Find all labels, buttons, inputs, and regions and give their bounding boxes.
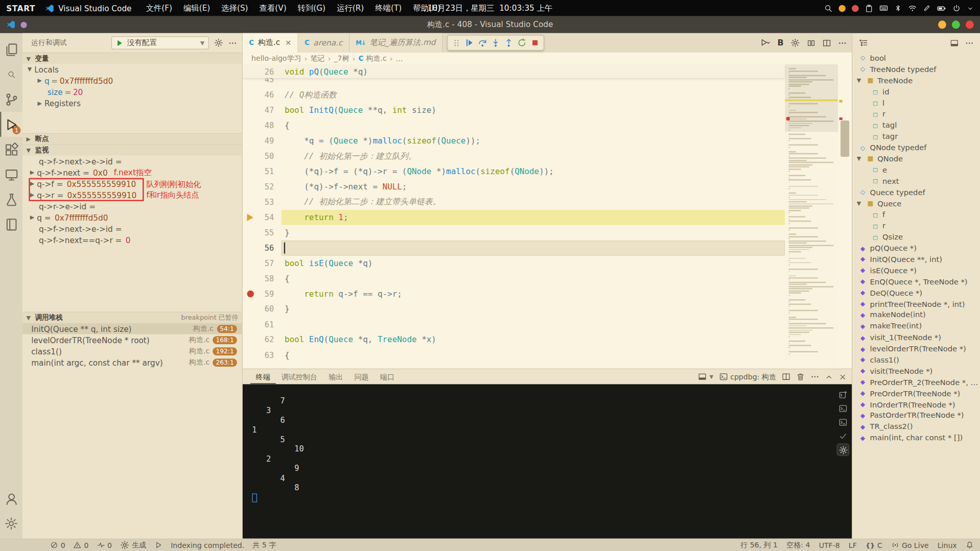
- outline-id[interactable]: ◻id: [852, 86, 980, 97]
- breadcrumb-item[interactable]: _7树: [334, 54, 349, 63]
- stack-frame[interactable]: levelOrderTR(TreeNode * root)构造.c168:1: [22, 334, 242, 345]
- outline-makeTree(int)[interactable]: ◆makeTree(int): [852, 321, 980, 332]
- activitybar-run-and-debug[interactable]: 1: [0, 112, 22, 137]
- status-ports[interactable]: 0: [97, 541, 112, 549]
- chevdown-icon[interactable]: [967, 5, 973, 11]
- minimap[interactable]: [785, 64, 838, 369]
- clipboard-icon[interactable]: [865, 4, 873, 12]
- step-over-button[interactable]: [477, 36, 488, 50]
- keyboard-icon[interactable]: [879, 4, 888, 12]
- run-or-debug-icon[interactable]: [760, 38, 771, 48]
- code-line-47[interactable]: 47bool InitQ(Quece **q, int size): [243, 103, 852, 118]
- close-window-button[interactable]: [966, 20, 974, 29]
- watch-row[interactable]: q->f->next->e->id =: [22, 223, 242, 234]
- outline-f[interactable]: ◻f: [852, 209, 980, 220]
- code-line-46[interactable]: 46// Q构造函数: [243, 87, 852, 103]
- code-line-53[interactable]: 53 // 初始化第二步：建立带头单链表。: [243, 194, 852, 209]
- panel-tab-端口[interactable]: 端口: [375, 369, 400, 384]
- status-cursor-position[interactable]: 行 56, 列 1: [740, 540, 778, 549]
- activitybar-remote-explorer[interactable]: [0, 162, 22, 187]
- editor-settings-icon[interactable]: [790, 38, 800, 47]
- continue-button[interactable]: [463, 36, 475, 50]
- debug-terminal[interactable]: [837, 444, 849, 456]
- outline-Qsize[interactable]: ◻Qsize: [852, 231, 980, 243]
- scope-registers[interactable]: ▶Registers: [22, 98, 242, 109]
- terminal-instance[interactable]: [837, 417, 849, 428]
- code-line-52[interactable]: 52 (*q)->f->next = NULL;: [243, 179, 852, 194]
- terminal-instance[interactable]: [837, 403, 849, 414]
- stack-frame[interactable]: InitQ(Quece ** q, int size)构造.c54:1: [22, 323, 242, 334]
- outline-r[interactable]: ◻r: [852, 108, 980, 119]
- panel-tab-终端[interactable]: 终端: [250, 369, 276, 384]
- status-word-count[interactable]: 共 5 字: [252, 540, 276, 549]
- code-line-58[interactable]: 58{: [243, 271, 852, 286]
- outline-PreOrderTR_2(TreeNode *, …[interactable]: ◆PreOrderTR_2(TreeNode *, …: [852, 376, 980, 388]
- dot-red-icon[interactable]: [852, 5, 858, 11]
- pen-icon[interactable]: [923, 5, 931, 12]
- outline-TreeNode[interactable]: ▼▦TreeNode: [852, 75, 980, 86]
- status-errors[interactable]: 0: [50, 541, 65, 549]
- scrollbar-thumb[interactable]: [841, 121, 849, 157]
- power-icon[interactable]: [952, 4, 961, 12]
- status-warnings[interactable]: 0: [74, 541, 89, 549]
- section-variables[interactable]: ▼ 变量: [22, 53, 242, 64]
- variable-row[interactable]: ▶q=0x7fffffffd5d0: [22, 75, 242, 86]
- status-os-indicator[interactable]: Linux: [938, 541, 957, 549]
- menu-文件(F)[interactable]: 文件(F): [141, 3, 178, 14]
- start-button[interactable]: START: [6, 4, 35, 13]
- outline-l[interactable]: ◻l: [852, 97, 980, 108]
- code-editor[interactable]: 4546// Q构造函数47bool InitQ(Quece **q, int …: [243, 64, 852, 369]
- close-panel[interactable]: [838, 373, 847, 381]
- split-terminal[interactable]: [782, 372, 790, 381]
- minimize-button[interactable]: [938, 20, 946, 29]
- section-watch[interactable]: ▼ 监视: [22, 145, 242, 156]
- code-line-48[interactable]: 48{: [243, 118, 852, 133]
- stack-frame[interactable]: main(int argc, const char ** argv)构造.c26…: [22, 357, 242, 368]
- outline-makeNode(int)[interactable]: ◆makeNode(int): [852, 309, 980, 321]
- breadcrumb-item[interactable]: C构造.c: [359, 54, 387, 63]
- watch-row[interactable]: ▶q->r =0x555555559910: [22, 189, 242, 201]
- outline-levelOrderTR(TreeNode *)[interactable]: ◆levelOrderTR(TreeNode *): [852, 343, 980, 354]
- activitybar-explorer[interactable]: [0, 37, 22, 62]
- status-indexing-status[interactable]: Indexing completed.: [171, 541, 244, 549]
- outline-InOrderTR(TreeNode *)[interactable]: ◆InOrderTR(TreeNode *): [852, 399, 980, 410]
- step-into-button[interactable]: [489, 36, 501, 50]
- activitybar-notebook[interactable]: [0, 212, 22, 237]
- activitybar-settings[interactable]: [0, 511, 22, 536]
- menu-终端(T)[interactable]: 终端(T): [369, 3, 407, 14]
- code-line-55[interactable]: 55}: [243, 225, 852, 240]
- bluetooth-icon[interactable]: [894, 5, 902, 12]
- outline-bool[interactable]: ◇bool: [852, 53, 980, 64]
- code-line-62[interactable]: 62bool EnQ(Quece *q, TreeNode *x): [243, 332, 852, 347]
- activitybar-testing[interactable]: [0, 187, 22, 212]
- outline-main(int, char const * [])[interactable]: ◆main(int, char const * []): [852, 433, 980, 444]
- variable-row[interactable]: size=20: [22, 86, 242, 98]
- menu-运行(R)[interactable]: 运行(R): [331, 3, 369, 14]
- terminal[interactable]: 7 3 6 1 5 10 2 9 4 8: [243, 384, 852, 538]
- status-go-live[interactable]: Go Live: [891, 541, 929, 549]
- new-terminal[interactable]: [837, 389, 849, 400]
- outline-Quece typedef[interactable]: ◇Quece typedef: [852, 186, 980, 198]
- activitybar-extensions[interactable]: [0, 137, 22, 162]
- debug-settings-icon[interactable]: [214, 38, 223, 47]
- split-editor-icon[interactable]: [823, 38, 831, 47]
- code-line-50[interactable]: 50 // 初始化第一步：建立队列。: [243, 149, 852, 164]
- code-line-57[interactable]: 57bool isE(Quece *q): [243, 255, 852, 271]
- status-eol[interactable]: LF: [849, 541, 857, 549]
- menu-转到(G)[interactable]: 转到(G): [292, 3, 331, 14]
- outline-class1()[interactable]: ◆class1(): [852, 354, 980, 366]
- panel-tab-问题[interactable]: 问题: [348, 369, 374, 384]
- tab-构造.c[interactable]: C构造.c✕: [243, 33, 298, 53]
- activitybar-search[interactable]: [0, 62, 22, 87]
- outline-DeQ(Quece *)[interactable]: ◆DeQ(Quece *): [852, 287, 980, 298]
- outline-EnQ(Quece *, TreeNode *)[interactable]: ◆EnQ(Quece *, TreeNode *): [852, 276, 980, 287]
- stop-button[interactable]: [529, 36, 541, 50]
- watch-row[interactable]: q->r->e->id =: [22, 201, 242, 212]
- more-icon[interactable]: [228, 38, 237, 47]
- search-icon[interactable]: [824, 4, 832, 12]
- step-out-button[interactable]: [503, 36, 515, 50]
- code-line-63[interactable]: 63{: [243, 347, 852, 363]
- outline-pQ(Quece *)[interactable]: ◆pQ(Quece *): [852, 243, 980, 254]
- debug-start-icon[interactable]: [115, 39, 123, 46]
- status-run-code[interactable]: [154, 541, 162, 549]
